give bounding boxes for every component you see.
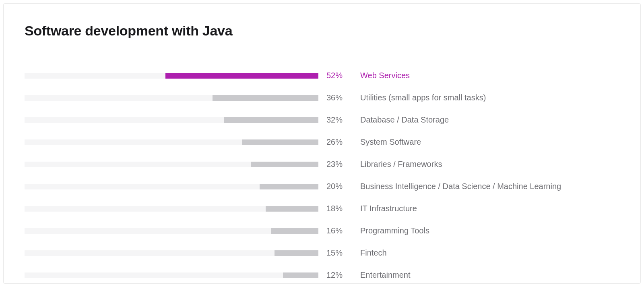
bar-fill bbox=[271, 228, 318, 234]
chart-row: 26% System Software bbox=[25, 137, 619, 147]
bar-percent: 26% bbox=[318, 137, 349, 147]
bar-fill bbox=[283, 272, 318, 278]
bar-percent: 36% bbox=[318, 93, 349, 102]
bar-fill bbox=[251, 162, 318, 167]
bar-area bbox=[25, 250, 318, 256]
bar-percent: 52% bbox=[318, 71, 349, 80]
bar-fill bbox=[165, 73, 318, 79]
bar-area bbox=[25, 228, 318, 234]
bar-label: Database / Data Storage bbox=[349, 115, 449, 125]
bar-area bbox=[25, 117, 318, 123]
bar-label: System Software bbox=[349, 137, 421, 147]
chart-row: 52% Web Services bbox=[25, 71, 619, 80]
bar-percent: 23% bbox=[318, 160, 349, 169]
chart-rows: 52% Web Services 36% Utilities (small ap… bbox=[25, 71, 619, 280]
bar-area bbox=[25, 162, 318, 167]
bar-area bbox=[25, 139, 318, 145]
bar-label: IT Infrastructure bbox=[349, 204, 417, 213]
bar-fill bbox=[275, 250, 319, 256]
bar-area bbox=[25, 95, 318, 101]
bar-fill bbox=[242, 139, 318, 145]
chart-card: Software development with Java 52% Web S… bbox=[3, 3, 641, 284]
chart-row: 36% Utilities (small apps for small task… bbox=[25, 93, 619, 102]
bar-fill bbox=[224, 117, 318, 123]
bar-area bbox=[25, 206, 318, 212]
bar-percent: 15% bbox=[318, 248, 349, 258]
chart-title: Software development with Java bbox=[25, 23, 619, 39]
bar-percent: 18% bbox=[318, 204, 349, 213]
bar-fill bbox=[213, 95, 318, 101]
bar-area bbox=[25, 272, 318, 278]
chart-row: 32% Database / Data Storage bbox=[25, 115, 619, 125]
chart-row: 15% Fintech bbox=[25, 248, 619, 258]
bar-label: Web Services bbox=[349, 71, 410, 80]
chart-row: 12% Entertainment bbox=[25, 270, 619, 280]
bar-fill bbox=[266, 206, 318, 212]
bar-percent: 20% bbox=[318, 182, 349, 191]
bar-percent: 16% bbox=[318, 226, 349, 235]
bar-track bbox=[25, 272, 318, 278]
bar-label: Business Intelligence / Data Science / M… bbox=[349, 182, 561, 191]
chart-row: 23% Libraries / Frameworks bbox=[25, 160, 619, 169]
bar-label: Utilities (small apps for small tasks) bbox=[349, 93, 486, 102]
bar-percent: 32% bbox=[318, 115, 349, 125]
chart-row: 20% Business Intelligence / Data Science… bbox=[25, 182, 619, 191]
chart-row: 16% Programming Tools bbox=[25, 226, 619, 235]
bar-fill bbox=[260, 184, 318, 189]
bar-label: Programming Tools bbox=[349, 226, 429, 235]
bar-label: Libraries / Frameworks bbox=[349, 160, 442, 169]
bar-label: Entertainment bbox=[349, 270, 411, 280]
bar-area bbox=[25, 184, 318, 189]
bar-label: Fintech bbox=[349, 248, 387, 258]
bar-area bbox=[25, 73, 318, 79]
chart-row: 18% IT Infrastructure bbox=[25, 204, 619, 213]
bar-percent: 12% bbox=[318, 270, 349, 280]
